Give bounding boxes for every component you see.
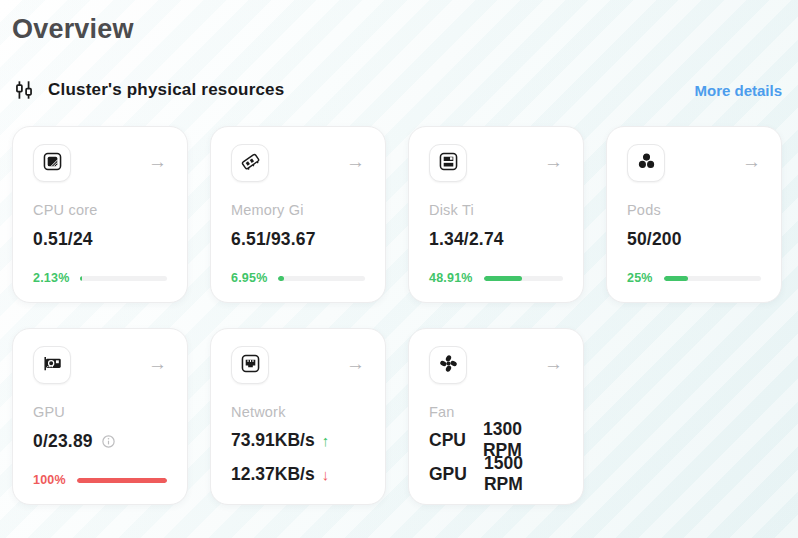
disk-progress-bar (484, 276, 563, 281)
disk-value: 1.34/2.74 (429, 229, 504, 250)
sliders-icon (12, 78, 36, 102)
card-label: Network (231, 404, 365, 420)
card-icon-tile (429, 144, 467, 182)
card-icon-tile (231, 346, 269, 384)
card-value-row: 0.51/24 (33, 229, 167, 250)
network-rates: 73.91KB/s↑12.37KB/s↓ (231, 426, 365, 488)
memory-icon (239, 150, 262, 177)
disk-progress-fill (484, 276, 523, 281)
info-icon[interactable] (101, 434, 116, 449)
card-top-row: → (429, 144, 563, 182)
pods-card[interactable]: → Pods 50/20025% (606, 126, 782, 303)
network-download-value: 12.37KB/s (231, 464, 315, 485)
card-value-row: 50/200 (627, 229, 761, 250)
network-upload-value: 73.91KB/s (231, 430, 315, 451)
pods-percent-label: 25% (627, 271, 653, 285)
pods-progress-bar (664, 276, 761, 281)
arrow-right-icon[interactable]: → (346, 354, 365, 373)
card-progress-row: 2.13% (33, 271, 167, 285)
arrow-right-icon[interactable]: → (346, 152, 365, 171)
fan-speed-value: 1500 RPM (484, 453, 563, 495)
card-label: GPU (33, 404, 167, 420)
card-icon-tile (627, 144, 665, 182)
card-body: 50/20025% (627, 229, 761, 285)
card-value-row: 1.34/2.74 (429, 229, 563, 250)
arrow-right-icon[interactable]: → (148, 152, 167, 171)
card-top-row: → (33, 144, 167, 182)
section-title: Cluster's physical resources (48, 80, 284, 100)
cpu-icon (41, 150, 64, 177)
card-top-row: → (231, 346, 365, 384)
more-details-link[interactable]: More details (694, 82, 782, 99)
arrow-right-icon[interactable]: → (148, 354, 167, 373)
card-icon-tile (33, 144, 71, 182)
card-label: Fan (429, 404, 563, 420)
cpu-core-percent-label: 2.13% (33, 271, 69, 285)
card-body: 73.91KB/s↑12.37KB/s↓ (231, 426, 365, 488)
fan-speed-row: CPU1300 RPM (429, 426, 563, 454)
gpu-percent-label: 100% (33, 473, 66, 487)
memory-progress-bar (278, 276, 365, 281)
card-icon-tile (429, 346, 467, 384)
network-icon (239, 352, 262, 379)
overview-page: Overview Cluster's physical resources Mo… (0, 0, 798, 505)
disk-percent-label: 48.91% (429, 271, 473, 285)
pods-value: 50/200 (627, 229, 682, 250)
fan-card[interactable]: → Fan CPU1300 RPMGPU1500 RPM (408, 328, 584, 505)
pods-icon (635, 150, 658, 177)
cpu-core-value: 0.51/24 (33, 229, 93, 250)
card-progress-row: 6.95% (231, 271, 365, 285)
cpu-core-progress-bar (80, 276, 167, 281)
disk-card[interactable]: → Disk Ti 1.34/2.7448.91% (408, 126, 584, 303)
arrow-right-icon[interactable]: → (544, 152, 563, 171)
card-body: 1.34/2.7448.91% (429, 229, 563, 285)
page-title: Overview (12, 14, 786, 45)
gpu-progress-bar (77, 478, 167, 483)
card-icon-tile (33, 346, 71, 384)
fan-device-name: GPU (429, 464, 467, 485)
card-progress-row: 48.91% (429, 271, 563, 285)
cpu-core-progress-fill (80, 276, 82, 281)
network-rate-row: 73.91KB/s↑ (231, 426, 365, 454)
card-progress-row: 25% (627, 271, 761, 285)
fan-speeds: CPU1300 RPMGPU1500 RPM (429, 426, 563, 488)
card-body: 6.51/93.676.95% (231, 229, 365, 285)
card-label: Disk Ti (429, 202, 563, 218)
card-top-row: → (33, 346, 167, 384)
card-label: Memory Gi (231, 202, 365, 218)
memory-value: 6.51/93.67 (231, 229, 316, 250)
card-label: Pods (627, 202, 761, 218)
card-top-row: → (231, 144, 365, 182)
memory-progress-fill (278, 276, 284, 281)
card-body: 0/23.89 100% (33, 431, 167, 487)
fan-speed-row: GPU1500 RPM (429, 460, 563, 488)
resource-cards-grid: → CPU core 0.51/242.13% → Memory Gi 6.51… (12, 126, 782, 505)
gpu-icon (41, 352, 64, 379)
card-progress-row: 100% (33, 473, 167, 487)
section-header: Cluster's physical resources More detail… (12, 78, 782, 102)
card-top-row: → (627, 144, 761, 182)
gpu-card[interactable]: → GPU 0/23.89 100% (12, 328, 188, 505)
disk-icon (437, 150, 460, 177)
gpu-value: 0/23.89 (33, 431, 93, 452)
fan-icon (437, 352, 460, 379)
network-rate-row: 12.37KB/s↓ (231, 460, 365, 488)
card-body: CPU1300 RPMGPU1500 RPM (429, 426, 563, 488)
card-top-row: → (429, 346, 563, 384)
card-value-row: 6.51/93.67 (231, 229, 365, 250)
gpu-progress-fill (77, 478, 167, 483)
up-arrow-icon: ↑ (322, 432, 330, 449)
fan-device-name: CPU (429, 430, 466, 451)
card-label: CPU core (33, 202, 167, 218)
network-card[interactable]: → Network 73.91KB/s↑12.37KB/s↓ (210, 328, 386, 505)
card-value-row: 0/23.89 (33, 431, 167, 452)
down-arrow-icon: ↓ (322, 466, 330, 483)
memory-percent-label: 6.95% (231, 271, 267, 285)
memory-card[interactable]: → Memory Gi 6.51/93.676.95% (210, 126, 386, 303)
cpu-core-card[interactable]: → CPU core 0.51/242.13% (12, 126, 188, 303)
arrow-right-icon[interactable]: → (742, 152, 761, 171)
card-icon-tile (231, 144, 269, 182)
arrow-right-icon[interactable]: → (544, 354, 563, 373)
card-body: 0.51/242.13% (33, 229, 167, 285)
pods-progress-fill (664, 276, 688, 281)
